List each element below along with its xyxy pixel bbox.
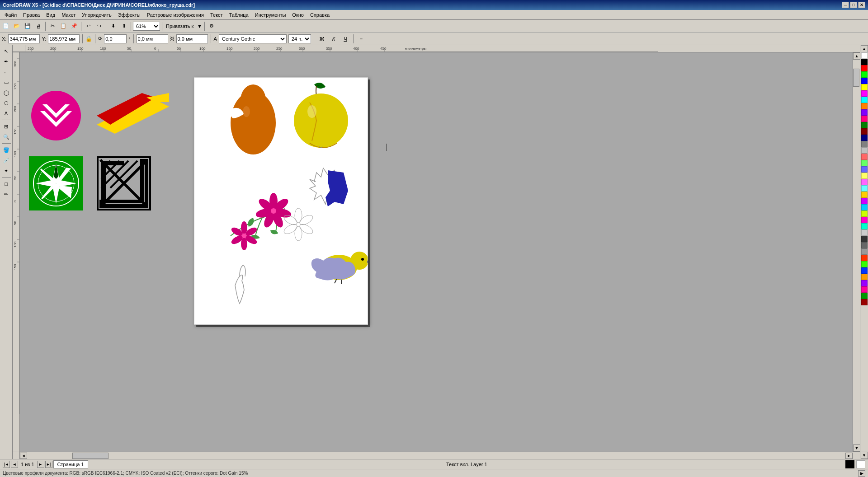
freehand-tool[interactable]: ✒ bbox=[1, 56, 11, 66]
palette-color-swatch[interactable] bbox=[861, 90, 868, 97]
scroll-track-v[interactable] bbox=[853, 60, 860, 444]
menu-effects[interactable]: Эффекты bbox=[115, 11, 143, 19]
zoom-select[interactable]: 61% 50% 75% 100% bbox=[133, 22, 160, 31]
palette-color-swatch[interactable] bbox=[861, 141, 868, 147]
page-tab[interactable]: Страница 1 bbox=[53, 460, 88, 468]
palette-color-swatch[interactable] bbox=[861, 135, 868, 141]
palette-color-swatch[interactable] bbox=[861, 242, 868, 248]
color-swatch-white[interactable] bbox=[856, 460, 865, 468]
menu-edit[interactable]: Правка bbox=[20, 11, 42, 19]
palette-color-swatch[interactable] bbox=[861, 154, 868, 160]
menu-bitmaps[interactable]: Растровые изображения bbox=[144, 11, 207, 19]
width-input[interactable] bbox=[137, 34, 168, 43]
underline-button[interactable]: Ч bbox=[340, 34, 350, 44]
palette-color-swatch[interactable] bbox=[861, 204, 868, 210]
menu-view[interactable]: Вид bbox=[43, 11, 58, 19]
logo-black-angular[interactable] bbox=[97, 156, 151, 210]
interactive-tool[interactable]: ✦ bbox=[1, 166, 11, 176]
palette-color-swatch[interactable] bbox=[861, 210, 868, 217]
palette-color-swatch[interactable] bbox=[861, 71, 868, 78]
palette-color-swatch[interactable] bbox=[861, 248, 868, 255]
undo-button[interactable]: ↩ bbox=[83, 21, 93, 31]
close-button[interactable]: ✕ bbox=[858, 2, 865, 8]
menu-layout[interactable]: Макет bbox=[59, 11, 78, 19]
print-button[interactable]: 🖨 bbox=[33, 21, 43, 31]
color-swatch-black[interactable] bbox=[845, 460, 854, 468]
zoom-tool[interactable]: 🔍 bbox=[1, 132, 11, 142]
logo-pink-circle[interactable] bbox=[29, 89, 83, 143]
bold-button[interactable]: Ж bbox=[317, 34, 327, 44]
menu-tools[interactable]: Инструменты bbox=[252, 11, 289, 19]
palette-color-swatch[interactable] bbox=[861, 236, 868, 242]
font-size-select[interactable]: 24 п. bbox=[288, 34, 311, 43]
h-scroll-thumb[interactable] bbox=[72, 453, 108, 459]
select-tool[interactable]: ↖ bbox=[1, 46, 11, 56]
y-input[interactable] bbox=[48, 34, 80, 43]
h-scroll-track[interactable] bbox=[27, 453, 845, 459]
info-options-button[interactable]: ▶ bbox=[858, 470, 865, 477]
palette-color-swatch[interactable] bbox=[861, 122, 868, 128]
save-button[interactable]: 💾 bbox=[23, 21, 33, 31]
scroll-down-button[interactable]: ▼ bbox=[853, 444, 860, 452]
smart-draw-tool[interactable]: ⌐ bbox=[1, 67, 11, 77]
page-first-button[interactable]: |◄ bbox=[3, 461, 10, 468]
paste-button[interactable]: 📌 bbox=[69, 21, 79, 31]
export-button[interactable]: ⬆ bbox=[119, 21, 129, 31]
scroll-right-button[interactable]: ► bbox=[845, 453, 853, 459]
outline-tool[interactable]: □ bbox=[1, 179, 11, 189]
scroll-left-button[interactable]: ◄ bbox=[20, 453, 27, 459]
scroll-thumb-v[interactable] bbox=[853, 69, 859, 87]
menu-help[interactable]: Справка bbox=[307, 11, 332, 19]
fill-tool[interactable]: 🪣 bbox=[1, 145, 11, 155]
palette-color-swatch[interactable] bbox=[861, 103, 868, 109]
polygon-tool[interactable]: ⬡ bbox=[1, 98, 11, 108]
redo-button[interactable]: ↪ bbox=[94, 21, 104, 31]
snap-dropdown[interactable]: ▼ bbox=[196, 21, 203, 31]
palette-color-swatch[interactable] bbox=[861, 198, 868, 204]
options-button[interactable]: ⚙ bbox=[207, 21, 217, 31]
height-input[interactable] bbox=[176, 34, 208, 43]
palette-color-swatch[interactable] bbox=[861, 59, 868, 65]
palette-color-swatch[interactable] bbox=[861, 223, 868, 229]
menu-arrange[interactable]: Упорядочить bbox=[79, 11, 114, 19]
scrollbar-vertical[interactable]: ▲ ▼ bbox=[853, 52, 860, 452]
palette-color-swatch[interactable] bbox=[861, 280, 868, 286]
palette-color-swatch[interactable] bbox=[861, 293, 868, 299]
open-button[interactable]: 📂 bbox=[12, 21, 22, 31]
palette-scroll-down[interactable]: ▼ bbox=[861, 452, 868, 459]
palette-color-swatch[interactable] bbox=[861, 116, 868, 122]
eyedropper-tool[interactable]: 💉 bbox=[1, 155, 11, 165]
palette-color-swatch[interactable] bbox=[861, 286, 868, 293]
import-button[interactable]: ⬇ bbox=[108, 21, 118, 31]
palette-color-swatch[interactable] bbox=[861, 274, 868, 280]
page-next-button[interactable]: ► bbox=[37, 461, 44, 468]
palette-color-swatch[interactable] bbox=[861, 255, 868, 261]
scroll-up-button[interactable]: ▲ bbox=[853, 52, 860, 60]
palette-color-swatch[interactable] bbox=[861, 78, 868, 84]
palette-color-swatch[interactable] bbox=[861, 84, 868, 90]
palette-color-swatch[interactable] bbox=[861, 217, 868, 223]
new-button[interactable]: 📄 bbox=[1, 21, 11, 31]
rect-tool[interactable]: ▭ bbox=[1, 77, 11, 87]
palette-color-swatch[interactable] bbox=[861, 173, 868, 179]
menu-file[interactable]: Файл bbox=[2, 11, 19, 19]
palette-color-swatch[interactable] bbox=[861, 147, 868, 154]
palette-color-swatch[interactable] bbox=[861, 179, 868, 185]
palette-color-swatch[interactable] bbox=[861, 267, 868, 274]
table-tool[interactable]: ⊞ bbox=[1, 122, 11, 131]
page-prev-button[interactable]: ◄ bbox=[11, 461, 18, 468]
copy-button[interactable]: 📋 bbox=[58, 21, 68, 31]
page-last-button[interactable]: ►| bbox=[45, 461, 52, 468]
palette-color-swatch[interactable] bbox=[861, 192, 868, 198]
palette-color-swatch[interactable] bbox=[861, 52, 868, 59]
minimize-button[interactable]: ─ bbox=[842, 2, 849, 8]
palette-color-swatch[interactable] bbox=[861, 65, 868, 71]
cut-button[interactable]: ✂ bbox=[47, 21, 57, 31]
palette-color-swatch[interactable] bbox=[861, 299, 868, 305]
palette-color-swatch[interactable] bbox=[861, 261, 868, 267]
palette-color-swatch[interactable] bbox=[861, 185, 868, 192]
x-input[interactable] bbox=[8, 34, 40, 43]
palette-color-swatch[interactable] bbox=[861, 97, 868, 103]
h-scrollbar-track[interactable]: ◄ ► bbox=[20, 452, 853, 459]
logo-deutsche-post[interactable] bbox=[97, 93, 169, 134]
